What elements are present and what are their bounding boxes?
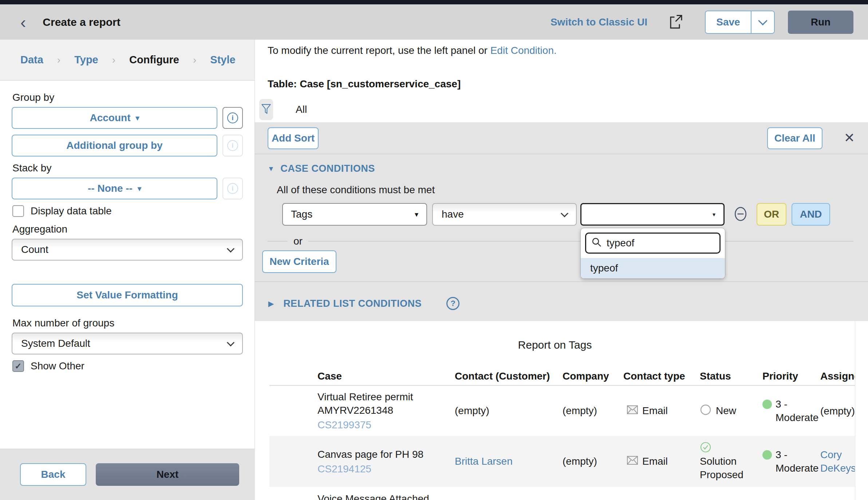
header-actions: Switch to Classic UI Save Run	[551, 11, 853, 34]
dropdown-search-box	[585, 233, 721, 254]
condition-field-value: Tags	[291, 209, 312, 220]
max-groups-label: Max number of groups	[12, 317, 243, 329]
tab-type[interactable]: Type	[74, 54, 98, 66]
additional-group-by-button[interactable]: Additional group by	[12, 135, 217, 156]
page-title: Create a report	[43, 16, 120, 28]
run-button[interactable]: Run	[788, 11, 853, 34]
switch-to-classic-link[interactable]: Switch to Classic UI	[551, 16, 647, 28]
or-divider-label: or	[288, 235, 308, 247]
case-number-link[interactable]: CS2194125	[317, 462, 371, 476]
priority-value: 3 - Moderate	[776, 397, 820, 424]
column-header-company: Company	[563, 370, 623, 382]
collapse-caret-icon: ▼	[268, 165, 275, 173]
contact-link[interactable]: Britta Larsen	[455, 456, 513, 467]
group-by-label: Group by	[12, 92, 243, 103]
share-icon	[668, 13, 684, 31]
filter-button[interactable]	[259, 99, 273, 120]
column-header-assigned: Assigned	[820, 370, 855, 382]
condition-operator-value: have	[442, 209, 464, 220]
chevron-down-icon	[227, 338, 234, 346]
table-row: Canvas page for PH 98 CS2194125 Britta L…	[269, 436, 855, 487]
edit-condition-link[interactable]: Edit Condition.	[490, 45, 557, 56]
close-icon[interactable]: ✕	[844, 130, 855, 146]
status-new-circle-icon	[700, 404, 711, 418]
back-chevron-icon[interactable]: ‹	[20, 15, 26, 29]
priority-cell: 3 - Moderate	[762, 448, 820, 475]
next-button[interactable]: Next	[96, 463, 239, 486]
assigned-link[interactable]: Cory DeKeys	[820, 449, 855, 474]
back-button[interactable]: Back	[20, 463, 86, 486]
priority-value: 3 - Moderate	[776, 448, 820, 475]
set-value-formatting-button[interactable]: Set Value Formatting	[12, 284, 243, 306]
caret-down-icon: ▾	[138, 184, 141, 193]
chevron-down-icon	[561, 209, 568, 217]
dropdown-option-typeof[interactable]: typeof	[581, 258, 725, 278]
info-icon: i	[227, 112, 238, 123]
or-button[interactable]: OR	[757, 203, 786, 226]
stack-by-info-button: i	[222, 178, 243, 199]
app-header: ‹ Create a report Switch to Classic UI S…	[0, 4, 868, 40]
share-button[interactable]	[668, 13, 684, 31]
search-icon	[591, 237, 602, 249]
aggregation-select[interactable]: Count	[12, 239, 243, 261]
aggregation-label: Aggregation	[12, 223, 243, 235]
wizard-breadcrumb: Data › Type › Configure › Style	[0, 40, 255, 81]
condition-builder-panel: Add Sort Clear All ✕ ▼ CASE CONDITIONS A…	[255, 122, 868, 321]
panel-divider	[255, 281, 868, 282]
case-conditions-toggle[interactable]: ▼ CASE CONDITIONS	[268, 163, 375, 174]
value-dropdown-popup: typeof	[580, 228, 725, 279]
display-data-table-label: Display data table	[31, 205, 112, 217]
report-title: Report on Tags	[255, 339, 855, 351]
case-title: Canvas page for PH 98	[317, 448, 455, 461]
condition-field-dropdown[interactable]: Tags ▾	[282, 203, 427, 226]
priority-cell: 3 - Moderate	[762, 397, 820, 424]
status-cell: New	[700, 404, 762, 418]
table-row: Virtual Retiree permit AMYRV2261348 CS21…	[269, 386, 855, 436]
report-config-sidebar: Data › Type › Configure › Style Group by…	[0, 40, 255, 500]
report-preview-table: Case Contact (Customer) Company Contact …	[269, 367, 855, 500]
group-by-dropdown[interactable]: Account ▾	[12, 107, 217, 129]
max-groups-select[interactable]: System Default	[12, 333, 243, 354]
save-button[interactable]: Save	[706, 11, 751, 33]
stack-by-dropdown[interactable]: -- None -- ▾	[12, 178, 217, 199]
case-cell: Voice Message Attached	[269, 492, 455, 500]
case-title: Voice Message Attached	[317, 492, 455, 500]
case-number-link[interactable]: CS2199375	[317, 418, 371, 432]
add-sort-button[interactable]: Add Sort	[268, 127, 319, 149]
dropdown-search-input[interactable]	[607, 237, 714, 249]
hint-text: To modify the current report, use the le…	[268, 45, 490, 56]
and-button[interactable]: AND	[792, 203, 830, 226]
tab-data[interactable]: Data	[20, 54, 43, 66]
caret-down-icon: ▾	[415, 210, 418, 219]
filter-value[interactable]: All	[296, 104, 307, 115]
divider-line	[268, 241, 288, 242]
show-other-checkbox[interactable]: ✓	[12, 360, 24, 372]
tab-style[interactable]: Style	[210, 54, 235, 66]
group-by-info-button[interactable]: i	[222, 107, 243, 129]
contact-type-cell: Email	[623, 405, 700, 417]
chevron-right-icon: ›	[57, 54, 60, 66]
related-list-conditions-toggle[interactable]: ▶ RELATED LIST CONDITIONS ?	[268, 297, 459, 310]
column-header-contact-type: Contact type	[623, 370, 700, 382]
save-dropdown-button[interactable]	[751, 11, 774, 33]
display-data-table-checkbox[interactable]	[12, 205, 24, 217]
window-top-bar	[0, 0, 868, 4]
sidebar-footer: Back Next	[0, 449, 255, 500]
condition-operator-select[interactable]: have	[432, 203, 577, 226]
new-criteria-button[interactable]: New Criteria	[262, 250, 336, 273]
remove-condition-button[interactable]	[734, 206, 747, 223]
additional-group-by-label: Additional group by	[66, 140, 162, 151]
clear-all-button[interactable]: Clear All	[767, 127, 822, 149]
contact-type-value: Email	[642, 456, 668, 467]
case-title: Virtual Retiree permit AMYRV2261348	[317, 390, 455, 417]
max-groups-value: System Default	[21, 338, 90, 349]
assigned-cell: Cory DeKeys	[820, 448, 855, 475]
help-icon[interactable]: ?	[446, 297, 459, 310]
contact-type-cell: Email	[623, 456, 700, 467]
case-cell: Canvas page for PH 98 CS2194125	[269, 448, 455, 476]
additional-group-by-info-button: i	[222, 135, 243, 156]
sidebar-body: Group by Account ▾ i Additional group by…	[0, 81, 255, 372]
tab-configure[interactable]: Configure	[129, 54, 179, 66]
column-header-contact: Contact (Customer)	[455, 370, 563, 382]
condition-value-dropdown[interactable]: ▾	[580, 203, 725, 226]
